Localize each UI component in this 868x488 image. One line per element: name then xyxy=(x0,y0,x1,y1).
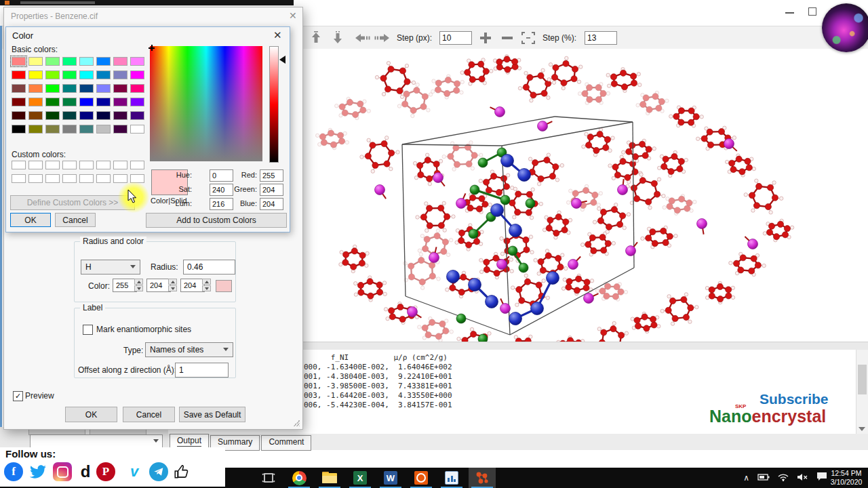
basic-color-swatch[interactable] xyxy=(45,98,60,106)
basic-color-swatch[interactable] xyxy=(113,125,127,134)
basic-color-swatch[interactable] xyxy=(130,98,144,106)
offset-z-input[interactable]: 1 xyxy=(175,363,229,378)
basic-color-swatch[interactable] xyxy=(79,70,94,79)
facebook-icon[interactable]: f xyxy=(4,462,23,481)
mark-enantiomorphic-checkbox[interactable] xyxy=(83,325,93,335)
notification-icon[interactable] xyxy=(816,472,827,484)
basic-color-swatch[interactable] xyxy=(96,84,111,93)
properties-close-icon[interactable]: ✕ xyxy=(289,10,297,21)
properties-cancel-button[interactable]: Cancel xyxy=(123,407,175,422)
luminance-slider-icon[interactable] xyxy=(279,56,285,64)
custom-color-swatch[interactable] xyxy=(45,174,60,183)
scrollbar-down-icon[interactable] xyxy=(859,427,865,431)
basic-color-swatch[interactable] xyxy=(96,70,111,79)
basic-color-swatch[interactable] xyxy=(130,57,144,66)
basic-color-swatch[interactable] xyxy=(12,111,26,120)
output-scrollbar[interactable] xyxy=(856,350,868,434)
basic-color-swatch[interactable] xyxy=(79,84,94,93)
scrollbar-thumb[interactable] xyxy=(858,365,867,394)
basic-color-swatch[interactable] xyxy=(79,57,94,66)
tray-chevron-up-icon[interactable]: ∧ xyxy=(743,473,749,483)
green-input[interactable]: 204 xyxy=(260,184,283,196)
basic-color-swatch[interactable] xyxy=(28,70,43,79)
color-cancel-button[interactable]: Cancel xyxy=(55,213,96,227)
hue-sat-marker-icon[interactable] xyxy=(149,45,155,51)
basic-color-swatch[interactable] xyxy=(62,111,77,120)
basic-color-swatch[interactable] xyxy=(45,84,60,93)
custom-color-swatch[interactable] xyxy=(62,174,77,183)
luminance-bar[interactable] xyxy=(269,46,279,163)
basic-color-swatch[interactable] xyxy=(113,57,127,66)
basic-color-swatch[interactable] xyxy=(79,98,94,106)
wifi-icon[interactable] xyxy=(778,472,789,484)
basic-color-swatch[interactable] xyxy=(12,125,26,134)
basic-color-swatch[interactable] xyxy=(45,125,60,134)
side-panel-combobox[interactable] xyxy=(30,434,163,448)
custom-color-swatch[interactable] xyxy=(113,161,127,169)
blue-input[interactable]: 204 xyxy=(260,198,283,210)
basic-color-swatch[interactable] xyxy=(12,70,26,79)
basic-color-swatch[interactable] xyxy=(28,111,43,120)
color-b-input[interactable]: 204 xyxy=(180,279,205,292)
basic-color-swatch[interactable] xyxy=(130,70,144,79)
basic-color-swatch[interactable] xyxy=(62,57,77,66)
minimize-button[interactable] xyxy=(785,12,794,14)
taskbar-app-vesta[interactable] xyxy=(469,468,496,488)
basic-color-swatch[interactable] xyxy=(96,98,111,106)
basic-color-swatch[interactable] xyxy=(62,70,77,79)
basic-color-swatch[interactable] xyxy=(113,84,127,93)
taskbar-app-file-explorer[interactable] xyxy=(316,468,343,488)
label-type-select[interactable]: Names of sites xyxy=(145,342,233,357)
telegram-icon[interactable] xyxy=(149,462,168,481)
element-select[interactable]: H xyxy=(81,260,140,274)
basic-color-swatch[interactable] xyxy=(12,57,26,66)
custom-color-swatch[interactable] xyxy=(79,174,94,183)
add-to-custom-colors-button[interactable]: Add to Custom Colors xyxy=(146,213,287,228)
basic-color-swatch[interactable] xyxy=(130,125,144,134)
instagram-icon[interactable] xyxy=(53,462,72,481)
pinterest-icon[interactable]: P xyxy=(96,462,115,481)
basic-color-swatch[interactable] xyxy=(96,125,111,134)
custom-color-swatch[interactable] xyxy=(130,161,144,169)
custom-color-swatch[interactable] xyxy=(96,161,111,169)
basic-color-swatch[interactable] xyxy=(113,70,127,79)
taskbar-app-recorder[interactable] xyxy=(408,468,435,488)
dailymotion-icon[interactable]: d xyxy=(76,462,95,481)
define-custom-colors-button[interactable]: Define Custom Colors >> xyxy=(10,195,135,210)
custom-color-swatch[interactable] xyxy=(28,161,43,169)
basic-color-swatch[interactable] xyxy=(62,98,77,106)
basic-color-swatch[interactable] xyxy=(79,111,94,120)
basic-color-swatch[interactable] xyxy=(113,98,127,106)
radius-input[interactable]: 0.46 xyxy=(183,260,235,274)
taskbar-app-word-doc[interactable]: W xyxy=(377,468,404,488)
thumbs-up-icon[interactable] xyxy=(172,462,191,481)
basic-color-swatch[interactable] xyxy=(28,125,43,134)
basic-color-swatch[interactable] xyxy=(62,125,77,134)
preview-checkbox[interactable]: ✓ xyxy=(13,391,23,401)
taskbar-clock[interactable]: 12:54 PM 3/10/2020 xyxy=(827,469,865,487)
hue-input[interactable]: 0 xyxy=(210,169,233,182)
color-g-input[interactable]: 204 xyxy=(146,279,171,292)
basic-color-swatch[interactable] xyxy=(96,111,111,120)
custom-color-swatch[interactable] xyxy=(28,174,43,183)
taskbar-app-task-view[interactable] xyxy=(255,468,282,488)
taskbar-app-presentation[interactable] xyxy=(438,468,465,488)
hue-saturation-field[interactable] xyxy=(150,46,262,161)
red-input[interactable]: 255 xyxy=(260,169,283,182)
taskbar-app-spreadsheet[interactable]: X xyxy=(347,468,374,488)
custom-color-swatch[interactable] xyxy=(79,161,94,169)
basic-color-swatch[interactable] xyxy=(45,111,60,120)
basic-color-swatch[interactable] xyxy=(45,70,60,79)
color-ok-button[interactable]: OK xyxy=(10,213,51,227)
volume-muted-icon[interactable] xyxy=(797,472,808,484)
resize-grip[interactable] xyxy=(293,420,300,426)
custom-color-swatch[interactable] xyxy=(62,161,77,169)
properties-ok-button[interactable]: OK xyxy=(65,407,117,422)
basic-color-swatch[interactable] xyxy=(12,84,26,93)
color-r-spinner[interactable] xyxy=(134,279,143,292)
basic-color-swatch[interactable] xyxy=(130,84,144,93)
lum-input[interactable]: 216 xyxy=(210,198,233,210)
custom-color-swatch[interactable] xyxy=(96,174,111,183)
basic-color-swatch[interactable] xyxy=(28,57,43,66)
save-as-default-button[interactable]: Save as Default xyxy=(179,407,245,422)
